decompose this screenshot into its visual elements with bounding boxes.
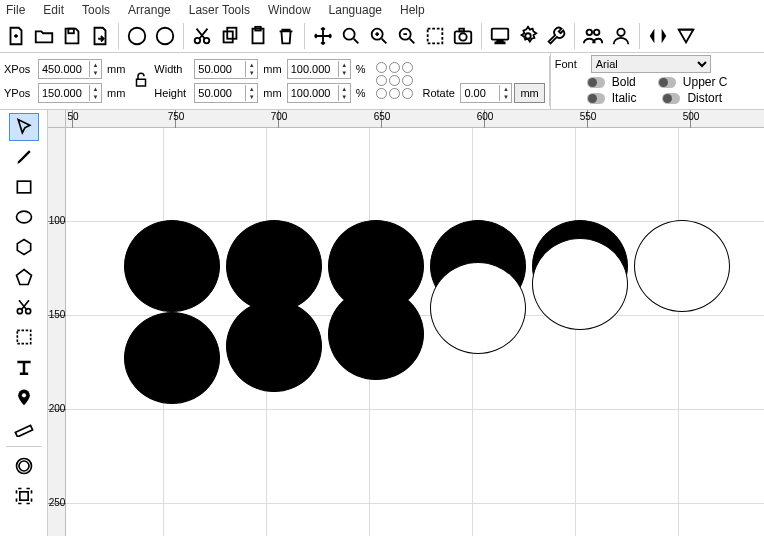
user-button[interactable]	[607, 22, 635, 50]
lock-icon[interactable]	[132, 68, 150, 95]
distort-toggle[interactable]	[662, 93, 680, 104]
hexagon-tool[interactable]	[9, 233, 39, 261]
new-button[interactable]	[2, 22, 30, 50]
menu-file[interactable]: File	[6, 3, 25, 17]
menu-edit[interactable]: Edit	[43, 3, 64, 17]
unit-button[interactable]: mm	[514, 83, 544, 103]
frame-tool[interactable]	[9, 323, 39, 351]
svg-rect-16	[492, 29, 509, 40]
canvas[interactable]	[66, 128, 764, 536]
move-button[interactable]	[309, 22, 337, 50]
menu-tools[interactable]: Tools	[82, 3, 110, 17]
svg-rect-18	[495, 42, 504, 43]
svg-rect-32	[15, 425, 32, 437]
canvas-shape[interactable]	[328, 288, 424, 380]
xpos-input[interactable]: ▲▼	[38, 59, 102, 79]
select-area-button[interactable]	[421, 22, 449, 50]
svg-point-25	[16, 211, 31, 223]
menu-arrange[interactable]: Arrange	[128, 3, 171, 17]
flip-v-button[interactable]	[672, 22, 700, 50]
menu-window[interactable]: Window	[268, 3, 311, 17]
ypos-input[interactable]: ▲▼	[38, 83, 102, 103]
unit-label: mm	[107, 63, 125, 75]
svg-rect-12	[428, 29, 443, 44]
svg-marker-27	[16, 270, 31, 285]
copy-button[interactable]	[216, 22, 244, 50]
users-button[interactable]	[579, 22, 607, 50]
pencil-tool[interactable]	[9, 143, 39, 171]
italic-toggle[interactable]	[587, 93, 605, 104]
width-label: Width	[154, 63, 192, 75]
wrench-button[interactable]	[542, 22, 570, 50]
pct-label: %	[356, 63, 366, 75]
open-button[interactable]	[30, 22, 58, 50]
undo-button[interactable]	[123, 22, 151, 50]
cut-button[interactable]	[188, 22, 216, 50]
menu-laser[interactable]: Laser Tools	[189, 3, 250, 17]
separator	[639, 23, 640, 49]
rotate-label: Rotate	[422, 87, 458, 99]
unit-label: mm	[263, 87, 281, 99]
canvas-shape[interactable]	[634, 220, 730, 312]
monitor-button[interactable]	[486, 22, 514, 50]
menu-language[interactable]: Language	[329, 3, 382, 17]
canvas-shape[interactable]	[226, 300, 322, 392]
menu-help[interactable]: Help	[400, 3, 425, 17]
svg-rect-35	[19, 492, 27, 500]
pentagon-tool[interactable]	[9, 263, 39, 291]
canvas-shape[interactable]	[124, 220, 220, 312]
canvas-shape[interactable]	[226, 220, 322, 312]
canvas-area: 50750700650600550500 100150200250	[48, 110, 764, 536]
svg-rect-30	[17, 330, 30, 343]
workarea: 50750700650600550500 100150200250	[0, 110, 764, 536]
svg-point-34	[19, 461, 29, 471]
upper-toggle[interactable]	[658, 77, 676, 88]
ellipse-tool[interactable]	[9, 203, 39, 231]
select-tool[interactable]	[9, 113, 39, 141]
separator	[304, 23, 305, 49]
zoom-out-button[interactable]	[393, 22, 421, 50]
svg-rect-0	[68, 29, 74, 34]
separator	[118, 23, 119, 49]
canvas-shape[interactable]	[430, 262, 526, 354]
settings-button[interactable]	[514, 22, 542, 50]
width-pct-input[interactable]: ▲▼	[287, 59, 351, 79]
width-input[interactable]: ▲▼	[194, 59, 258, 79]
export-button[interactable]	[86, 22, 114, 50]
ypos-label: YPos	[4, 87, 36, 99]
height-pct-input[interactable]: ▲▼	[287, 83, 351, 103]
canvas-shape[interactable]	[532, 238, 628, 330]
svg-rect-15	[459, 29, 464, 32]
rotate-input[interactable]: ▲▼	[460, 83, 512, 103]
font-label: Font	[555, 58, 587, 70]
location-tool[interactable]	[9, 383, 39, 411]
zoom-button[interactable]	[337, 22, 365, 50]
zoom-in-button[interactable]	[365, 22, 393, 50]
svg-point-21	[594, 30, 600, 35]
svg-point-14	[459, 33, 466, 40]
bold-toggle[interactable]	[587, 77, 605, 88]
flip-h-button[interactable]	[644, 22, 672, 50]
position-panel: XPos ▲▼ mm YPos ▲▼ mm Width ▲▼ mm ▲▼ % H…	[0, 56, 550, 106]
redo-button[interactable]	[151, 22, 179, 50]
svg-point-22	[617, 29, 624, 36]
font-panel: Font Arial Bold Upper C Italic Distort	[550, 53, 764, 109]
svg-point-9	[344, 29, 355, 40]
xpos-label: XPos	[4, 63, 36, 75]
font-family-select[interactable]: Arial	[591, 55, 711, 73]
ruler-tool[interactable]	[9, 413, 39, 441]
rect-tool[interactable]	[9, 173, 39, 201]
anchor-grid[interactable]	[376, 62, 414, 100]
text-tool[interactable]	[9, 353, 39, 381]
canvas-shape[interactable]	[124, 312, 220, 404]
scissors-tool[interactable]	[9, 293, 39, 321]
height-input[interactable]: ▲▼	[194, 83, 258, 103]
camera-button[interactable]	[449, 22, 477, 50]
group-tool[interactable]	[9, 482, 39, 510]
paste-button[interactable]	[244, 22, 272, 50]
svg-point-2	[157, 28, 174, 45]
upper-label: Upper C	[683, 75, 728, 89]
coin-tool[interactable]	[9, 452, 39, 480]
delete-button[interactable]	[272, 22, 300, 50]
save-button[interactable]	[58, 22, 86, 50]
